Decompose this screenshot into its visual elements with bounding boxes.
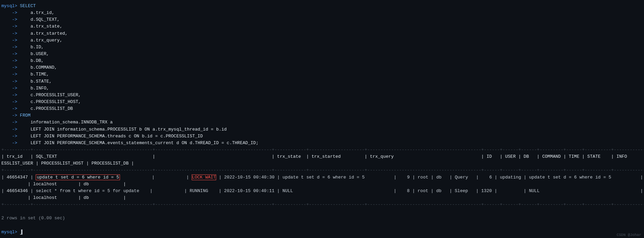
query-line-17: -> FROM	[1, 112, 643, 119]
blank-line	[1, 222, 643, 229]
rows-status	[1, 208, 643, 215]
query-line-8: -> b.USER,	[1, 51, 643, 57]
mysql-prompt: mysql>	[1, 3, 20, 8]
query-line-15: -> c.PROCESSLIST_HOST,	[1, 99, 643, 105]
lock-wait-badge: LOCK WAIT	[192, 174, 216, 180]
query-line-5: -> a.trx_started,	[1, 30, 643, 37]
query-line-16: -> c.PROCESSLIST_DB	[1, 105, 643, 112]
query-line-12: -> b.STATE,	[1, 78, 643, 85]
separator-top: +----------+----------------------------…	[1, 147, 643, 153]
query-line-14: -> c.PROCESSLIST_USER,	[1, 92, 643, 99]
query-line-11: -> b.TIME,	[1, 71, 643, 78]
query-line-4: -> a.trx_state,	[1, 23, 643, 30]
table-row-2-cont: | localhost | db |	[1, 194, 643, 201]
table-header: | trx_id | SQL_TEXT | | trx_state | trx_…	[1, 153, 643, 160]
query-line-13: -> b.INFO,	[1, 85, 643, 92]
watermark: CSDN @Johar	[616, 233, 641, 237]
query-line-2: -> a.trx_id,	[1, 10, 643, 16]
separator-header: +----------+----------------------------…	[1, 167, 643, 174]
sql-text-box-1: update t set d = 6 where id = 5	[36, 174, 120, 180]
query-line-20: -> LEFT JOIN PERFORMANCE_SCHEMA.threads …	[1, 133, 643, 140]
query-line-19: -> LEFT JOIN information_schema.PROCESSL…	[1, 126, 643, 133]
query-line-6: -> a.trx_query,	[1, 37, 643, 44]
query-line-10: -> b.COMMAND,	[1, 64, 643, 71]
table-header-2: ESSLIST_USER | PROCESSLIST_HOST | PROCES…	[1, 160, 643, 167]
query-line-1: mysql> SELECT	[1, 3, 643, 10]
query-line-9: -> b.DB,	[1, 57, 643, 64]
table-row-2: | 46654346 | select * from t where id = …	[1, 188, 643, 194]
query-line-3: -> d.SQL_TEXT,	[1, 16, 643, 23]
table-row-1: | 46654347 | update t set d = 6 where id…	[1, 174, 643, 181]
terminal: mysql> SELECT -> a.trx_id, -> d.SQL_TEXT…	[0, 0, 644, 238]
query-line-7: -> b.ID,	[1, 44, 643, 51]
final-prompt: mysql> ▌	[1, 229, 643, 236]
query-line-21: -> LEFT JOIN PERFORMANCE_SCHEMA.events_s…	[1, 140, 643, 147]
separator-bottom: +----------+----------------------------…	[1, 201, 643, 208]
query-line-18: -> information_schema.INNODB_TRX a	[1, 119, 643, 126]
table-row-1-cont: | localhost | db |	[1, 181, 643, 188]
rows-count: 2 rows in set (0.00 sec)	[1, 215, 643, 222]
